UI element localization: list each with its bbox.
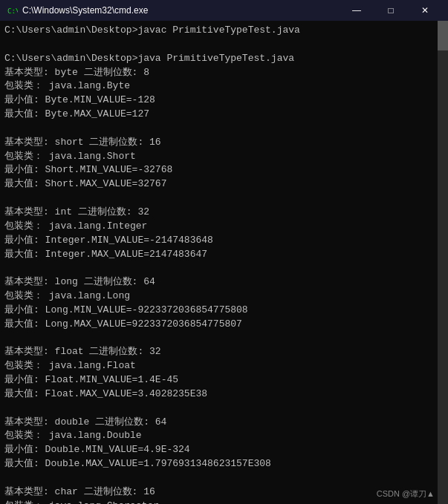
terminal-line: 最小值: Float.MIN_VALUE=1.4E-45 <box>4 373 444 387</box>
terminal-line: 最小值: Byte.MIN_VALUE=-128 <box>4 94 444 108</box>
terminal-line: C:\Users\admin\Desktop>java PrimitiveTyp… <box>4 52 444 66</box>
terminal-line: 基本类型: byte 二进制位数: 8 <box>4 66 444 80</box>
terminal-line: 最大值: Double.MAX_VALUE=1.7976931348623157… <box>4 457 444 471</box>
watermark: CSDN @谭刀▲ <box>377 488 435 500</box>
terminal-line: 包装类： java.lang.Long <box>4 289 444 304</box>
terminal-line: 包装类： java.lang.Byte <box>4 79 444 94</box>
title-bar: C:\ C:\Windows\System32\cmd.exe — □ ✕ <box>0 0 448 21</box>
terminal-line: 包装类： java.lang.Short <box>4 150 444 164</box>
terminal-line: 基本类型: long 二进制位数: 64 <box>4 275 444 289</box>
terminal-line <box>4 261 444 275</box>
terminal-line: 包装类： java.lang.Double <box>4 429 444 443</box>
terminal-line: 最大值: Integer.MAX_VALUE=2147483647 <box>4 248 444 262</box>
terminal-line: 最大值: Long.MAX_VALUE=9223372036854775807 <box>4 318 444 332</box>
terminal-line: C:\Users\admin\Desktop>javac PrimitiveTy… <box>4 24 444 38</box>
terminal-line: 最小值: Double.MIN_VALUE=4.9E-324 <box>4 443 444 457</box>
terminal-line <box>4 471 444 485</box>
cmd-window: C:\ C:\Windows\System32\cmd.exe — □ ✕ C:… <box>0 0 448 504</box>
terminal-line: 最大值: Byte.MAX_VALUE=127 <box>4 108 444 122</box>
terminal-line: 包装类： java.lang.Float <box>4 359 444 373</box>
terminal-line: 包装类： java.lang.Integer <box>4 220 444 234</box>
terminal-line: 基本类型: float 二进制位数: 32 <box>4 345 444 359</box>
terminal-line: 最大值: Float.MAX_VALUE=3.4028235E38 <box>4 387 444 402</box>
scrollbar-thumb[interactable] <box>438 21 448 50</box>
terminal-line: 最大值: Short.MAX_VALUE=32767 <box>4 177 444 192</box>
scrollbar[interactable] <box>438 21 448 504</box>
terminal-content[interactable]: C:\Users\admin\Desktop>javac PrimitiveTy… <box>0 21 448 504</box>
title-bar-buttons: — □ ✕ <box>340 0 442 21</box>
terminal-lines: C:\Users\admin\Desktop>javac PrimitiveTy… <box>4 24 444 504</box>
terminal-line: 基本类型: int 二进制位数: 32 <box>4 206 444 220</box>
terminal-line <box>4 332 444 346</box>
terminal-line <box>4 192 444 206</box>
terminal-line: 基本类型: double 二进制位数: 64 <box>4 416 444 430</box>
terminal-line: 最小值: Long.MIN_VALUE=-9223372036854775808 <box>4 304 444 318</box>
cmd-icon: C:\ <box>6 4 18 16</box>
title-bar-text: C:\Windows\System32\cmd.exe <box>22 5 340 16</box>
close-button[interactable]: ✕ <box>408 0 442 21</box>
minimize-button[interactable]: — <box>340 0 374 21</box>
terminal-line <box>4 402 444 416</box>
terminal-line: 包装类： java.lang.Character <box>4 500 444 504</box>
terminal-line <box>4 122 444 136</box>
svg-text:C:\: C:\ <box>7 7 18 15</box>
terminal-line <box>4 38 444 52</box>
terminal-line: 基本类型: short 二进制位数: 16 <box>4 136 444 150</box>
terminal-line: 最小值: Integer.MIN_VALUE=-2147483648 <box>4 234 444 248</box>
terminal-line: 最小值: Short.MIN_VALUE=-32768 <box>4 163 444 177</box>
maximize-button[interactable]: □ <box>374 0 408 21</box>
